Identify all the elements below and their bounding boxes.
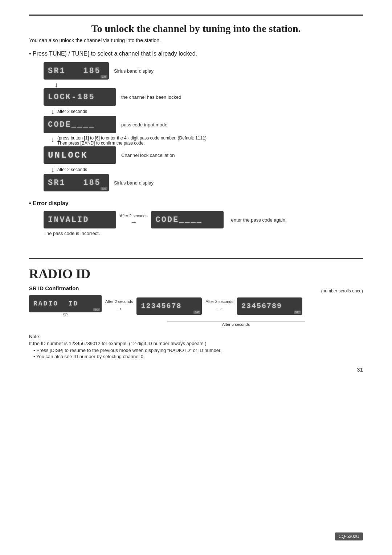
step-4: UNLOCK Channel lock cancellation ↓ after… [44,146,175,174]
step-5: SR1 185 SAT Sirius band display [44,174,154,193]
radio-id-display-2: 12345678 SAT [136,297,202,315]
radio-id-title: RADIO ID [29,266,363,281]
arrow-down-1: ↓ [54,81,58,88]
code-text-2: CODE____ [155,215,203,224]
display-sr1-185: SR1 185 SAT [44,62,109,80]
invalid-text: INVALID [48,215,89,224]
display-12345678: 12345678 SAT [136,297,202,315]
label-3: pass code input mode [121,122,167,127]
notes-section: Note: If the ID number is 123456789012 f… [29,334,363,359]
display-text-2: LOCK-185 [48,93,95,102]
sr-id-title: SR ID Confirmation [29,285,363,291]
sr-id-diagram: (number scrolls once) RADIO ID SAT SR Af… [29,295,363,327]
after-arrow-2: After 2 seconds → [205,299,233,313]
bracket-line [167,319,305,321]
note-label: Note: [29,334,363,339]
arrow-right-1: → [130,219,137,226]
page-number: 31 [29,366,363,373]
step-3: CODE____ pass code input mode ↓ (press b… [44,116,207,146]
number-scrolls: (number scrolls once) [321,288,363,293]
display-sr1-185-2: SR1 185 SAT [44,174,109,191]
label-4: Channel lock cancellation [121,153,175,158]
top-rule [29,15,363,16]
error-section: • Error display INVALID After 2 seconds … [29,200,363,236]
display-row-5: SR1 185 SAT Sirius band display [44,174,154,191]
display-text-3: CODE____ [48,120,95,129]
after-5-section: After 5 seconds [109,319,363,327]
label-5: Sirius band display [114,180,154,186]
after-5-label: After 5 seconds [222,322,250,327]
display-row-2: LOCK-185 the channel has been locked [44,88,181,106]
step-2: LOCK-185 the channel has been locked ↓ a… [44,88,181,116]
error-section-title: • Error display [29,200,363,207]
after-2-seconds-1: after 2 seconds [57,109,87,114]
display-unlock: UNLOCK [44,146,116,164]
display-text-1: SR1 185 [48,66,101,76]
note-2: ▪ Press [DISP] to resume to the previous… [33,348,363,353]
display-code: CODE____ [44,116,116,133]
incorrect-text: The pass code is incorrect. [44,231,363,236]
step-1: SR1 185 SAT Sirius band display ↓ [44,62,154,88]
model-badge: CQ-5302U [335,532,363,540]
press-text-1: (press button [1] to [6] to enter the 4 … [57,135,207,141]
sr-id-row: RADIO ID SAT SR After 2 seconds → 123456… [29,295,363,317]
instruction-text: • Press TUNE} / TUNE{ to select a channe… [29,50,197,57]
radio-id-display-1: RADIO ID SAT SR [29,295,102,317]
sat-badge-1: SAT [101,75,107,78]
display-text-4: UNLOCK [48,150,88,160]
after-2-seconds-3: After 2 seconds [120,214,147,218]
arrow-down-2: ↓ [51,108,54,115]
display-row-4: UNLOCK Channel lock cancellation [44,146,175,164]
display-23456789: 23456789 SAT [237,297,302,315]
section-subtitle: You can also unlock the channel via tuni… [29,37,363,43]
display-lock-185: LOCK-185 [44,88,116,106]
display-code-2: CODE____ [151,211,224,228]
after-arrow-1: After 2 seconds → [105,299,133,313]
arrow-right-rid-1: → [115,304,123,313]
after-label-2: After 2 seconds [205,299,233,304]
note-3: ▪ You can also see ID number by selectin… [33,354,363,359]
radio-id-display-3: 23456789 SAT [237,297,302,315]
radio-id-text-1: RADIO ID [33,300,78,307]
display-flow: SR1 185 SAT Sirius band display ↓ LOCK-1… [44,62,363,193]
arrow-right-rid-2: → [216,304,223,313]
label-2: the channel has been locked [121,94,181,100]
press-text-2: Then press [BAND] to confirm the pass co… [57,141,207,146]
radio-id-text-2: 12345678 [141,302,181,310]
display-row-1: SR1 185 SAT Sirius band display [44,62,154,80]
sat-badge-5: SAT [101,187,107,190]
section-title: To unlock the channel by tuning into the… [29,23,363,35]
instruction-line: • Press TUNE} / TUNE{ to select a channe… [29,50,363,57]
sat-badge-rid2: SAT [193,311,200,314]
sat-badge-rid3: SAT [294,311,301,314]
arrow-down-4: ↓ [51,166,54,173]
enter-again-label: enter the pass code again. [231,217,286,223]
after-label-1: After 2 seconds [105,299,133,304]
display-row-3: CODE____ pass code input mode [44,116,167,133]
after-2-seconds-2: after 2 seconds [57,167,87,172]
sat-badge-rid1: SAT [93,308,100,311]
arrow-down-3: ↓ [51,135,54,143]
display-invalid: INVALID [44,211,116,228]
display-radio-id: RADIO ID SAT [29,295,102,312]
sr-badge-1: SR [63,313,68,317]
radio-id-text-3: 23456789 [241,302,282,310]
label-1: Sirius band display [114,68,154,74]
radio-id-section: RADIO ID SR ID Confirmation (number scro… [29,258,363,327]
display-text-5: SR1 185 [48,178,101,187]
error-row: INVALID After 2 seconds → CODE____ enter… [44,211,363,228]
note-1: If the ID number is 123456789012 for exa… [29,341,363,346]
